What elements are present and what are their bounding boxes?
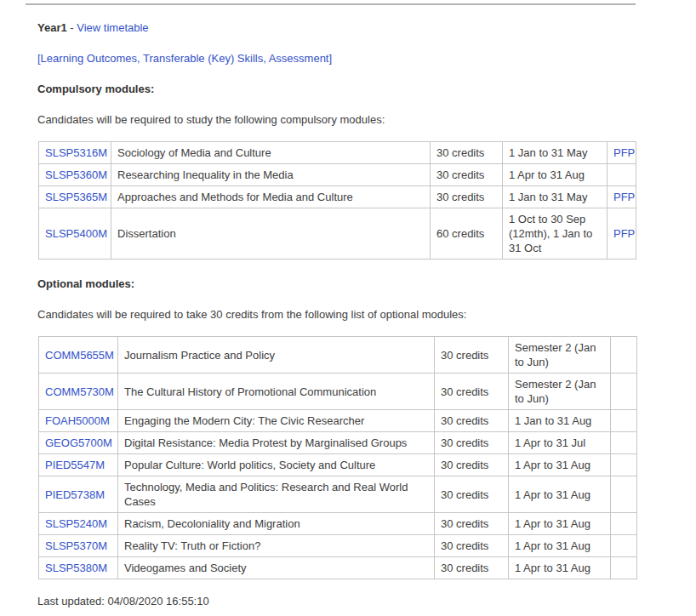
table-row: SLSP5240M Racism, Decoloniality and Migr… (39, 513, 637, 535)
module-credits-cell: 30 credits (435, 410, 509, 432)
module-credits-cell: 30 credits (435, 337, 509, 374)
module-period-cell: 1 Oct to 30 Sep (12mth), 1 Jan to 31 Oct (503, 208, 608, 260)
module-code-cell: SLSP5370M (39, 535, 118, 557)
table-row: SLSP5370M Reality TV: Truth or Fiction? … (39, 535, 637, 557)
module-title-cell: Digital Resistance: Media Protest by Mar… (118, 432, 435, 454)
outcomes-line: [Learning Outcomes, Transferable (Key) S… (37, 52, 696, 66)
optional-heading: Optional modules: (37, 277, 696, 291)
module-code-cell: GEOG5700M (39, 432, 118, 454)
optional-intro: Candidates will be required to take 30 c… (37, 308, 696, 322)
module-code-link[interactable]: SLSP5240M (45, 517, 107, 530)
module-period-cell: 1 Apr to 31 Aug (503, 164, 608, 186)
table-row: SLSP5365M Approaches and Methods for Med… (39, 186, 636, 208)
last-updated: Last updated: 04/08/2020 16:55:10 (37, 595, 696, 608)
module-title-cell: Racism, Decoloniality and Migration (118, 513, 435, 535)
table-row: PIED5547M Popular Culture: World politic… (39, 454, 637, 476)
module-code-cell: SLSP5365M (39, 186, 111, 208)
module-pfp-cell (611, 337, 637, 374)
module-code-link[interactable]: COMM5730M (45, 385, 114, 398)
table-row: SLSP5360M Researching Inequality in the … (39, 164, 636, 186)
module-pfp-cell (611, 374, 637, 410)
year-separator: - (67, 21, 77, 34)
module-code-cell: SLSP5360M (39, 164, 111, 186)
module-code-cell: SLSP5400M (39, 208, 111, 260)
view-timetable-link[interactable]: View timetable (77, 21, 148, 34)
pfp-link[interactable]: PFP (613, 191, 635, 203)
pfp-link[interactable]: PFP (613, 146, 635, 159)
module-credits-cell: 30 credits (435, 432, 509, 454)
module-title-cell: Technology, Media and Politics: Research… (118, 476, 435, 513)
module-period-cell: 1 Apr to 31 Aug (509, 513, 611, 535)
module-code-cell: SLSP5240M (39, 513, 118, 535)
module-code-cell: PIED5547M (39, 454, 118, 476)
compulsory-modules-table: SLSP5316M Sociology of Media and Culture… (38, 141, 636, 260)
module-title-cell: Dissertation (111, 208, 431, 260)
module-code-link[interactable]: FOAH5000M (45, 414, 110, 427)
pfp-link[interactable]: PFP (613, 227, 635, 240)
module-code-cell: SLSP5316M (39, 142, 111, 164)
module-period-cell: 1 Apr to 31 Aug (509, 535, 611, 557)
compulsory-intro: Candidates will be required to study the… (37, 113, 696, 127)
module-credits-cell: 30 credits (435, 374, 509, 410)
optional-modules-table: COMM5655M Journalism Practice and Policy… (38, 336, 637, 579)
module-code-link[interactable]: SLSP5316M (45, 146, 107, 159)
module-code-link[interactable]: SLSP5365M (45, 191, 107, 203)
module-code-link[interactable]: PIED5547M (45, 459, 105, 471)
module-code-link[interactable]: SLSP5380M (45, 562, 107, 574)
table-row: SLSP5400M Dissertation 60 credits 1 Oct … (39, 208, 636, 260)
module-title-cell: The Cultural History of Promotional Comm… (118, 374, 435, 410)
module-code-link[interactable]: SLSP5400M (45, 227, 107, 240)
module-code-link[interactable]: SLSP5370M (45, 539, 107, 552)
module-title-cell: Journalism Practice and Policy (118, 337, 435, 374)
module-title-cell: Engaging the Modern City: The Civic Rese… (118, 410, 435, 432)
module-code-link[interactable]: GEOG5700M (45, 436, 112, 449)
compulsory-heading: Compulsory modules: (37, 83, 696, 96)
table-row: PIED5738M Technology, Media and Politics… (39, 476, 637, 513)
module-credits-cell: 30 credits (435, 476, 509, 513)
module-period-cell: 1 Apr to 31 Jul (509, 432, 611, 454)
module-pfp-cell: PFP (608, 186, 636, 208)
table-row: COMM5730M The Cultural History of Promot… (39, 374, 637, 410)
module-period-cell: 1 Apr to 31 Aug (509, 454, 611, 476)
module-pfp-cell: PFP (608, 142, 636, 164)
module-title-cell: Popular Culture: World politics, Society… (118, 454, 435, 476)
module-title-cell: Reality TV: Truth or Fiction? (118, 535, 435, 557)
module-code-cell: PIED5738M (39, 476, 118, 513)
module-credits-cell: 60 credits (431, 208, 503, 260)
table-row: SLSP5380M Videogames and Society 30 cred… (39, 557, 637, 579)
module-period-cell: 1 Apr to 31 Aug (509, 476, 611, 513)
module-credits-cell: 30 credits (435, 535, 509, 557)
module-pfp-cell (611, 410, 637, 432)
module-credits-cell: 30 credits (435, 454, 509, 476)
module-credits-cell: 30 credits (435, 513, 509, 535)
module-code-cell: COMM5655M (39, 337, 118, 374)
module-pfp-cell (611, 513, 637, 535)
module-pfp-cell (611, 535, 637, 557)
module-title-cell: Videogames and Society (118, 557, 435, 579)
module-pfp-cell (611, 454, 637, 476)
module-pfp-cell: PFP (608, 208, 636, 260)
module-credits-cell: 30 credits (431, 142, 503, 164)
learning-outcomes-link[interactable]: [Learning Outcomes, Transferable (Key) S… (37, 52, 332, 65)
module-title-cell: Researching Inequality in the Media (111, 164, 431, 186)
top-divider (26, 3, 636, 5)
table-row: SLSP5316M Sociology of Media and Culture… (39, 142, 636, 164)
module-title-cell: Approaches and Methods for Media and Cul… (111, 186, 431, 208)
module-code-cell: SLSP5380M (39, 557, 118, 579)
module-code-link[interactable]: COMM5655M (45, 349, 114, 362)
table-row: FOAH5000M Engaging the Modern City: The … (39, 410, 637, 432)
table-row: COMM5655M Journalism Practice and Policy… (39, 337, 637, 374)
module-credits-cell: 30 credits (431, 186, 503, 208)
module-title-cell: Sociology of Media and Culture (111, 142, 431, 164)
module-pfp-cell (611, 432, 637, 454)
table-row: GEOG5700M Digital Resistance: Media Prot… (39, 432, 637, 454)
module-period-cell: 1 Jan to 31 May (503, 186, 608, 208)
module-pfp-cell (611, 557, 637, 579)
module-pfp-cell (611, 476, 637, 513)
module-pfp-cell (608, 164, 636, 186)
module-period-cell: 1 Jan to 31 May (503, 142, 608, 164)
module-code-cell: FOAH5000M (39, 410, 118, 432)
module-code-link[interactable]: PIED5738M (45, 488, 105, 501)
module-code-link[interactable]: SLSP5360M (45, 168, 107, 181)
module-period-cell: Semester 2 (Jan to Jun) (509, 374, 611, 410)
